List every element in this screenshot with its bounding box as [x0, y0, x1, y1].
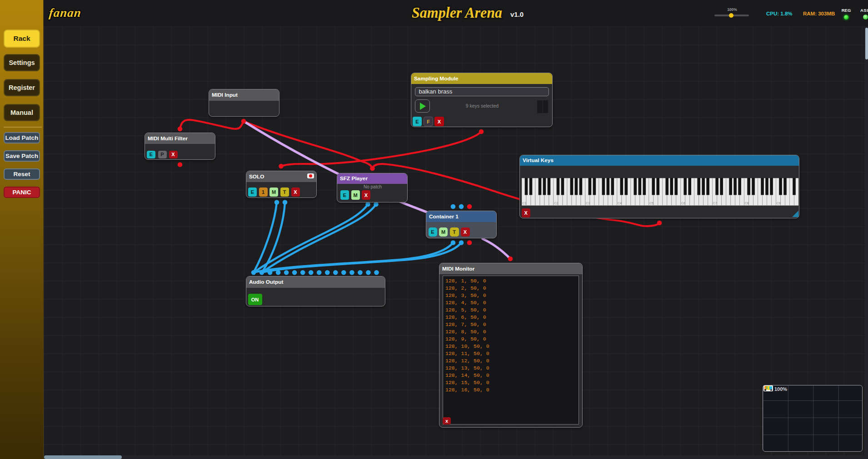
svg-text:C3: C3 — [586, 202, 590, 205]
svg-text:C6: C6 — [681, 202, 685, 205]
svg-text:C2: C2 — [554, 202, 558, 205]
svg-text:C4: C4 — [618, 202, 622, 205]
svg-text:C1: C1 — [522, 202, 526, 205]
svg-text:C5: C5 — [649, 202, 653, 205]
svg-text:C8: C8 — [744, 202, 748, 205]
svg-text:Sampler Arena: Sampler Arena — [412, 5, 502, 21]
svg-text:C9: C9 — [776, 202, 780, 205]
svg-text:C7: C7 — [713, 202, 717, 205]
